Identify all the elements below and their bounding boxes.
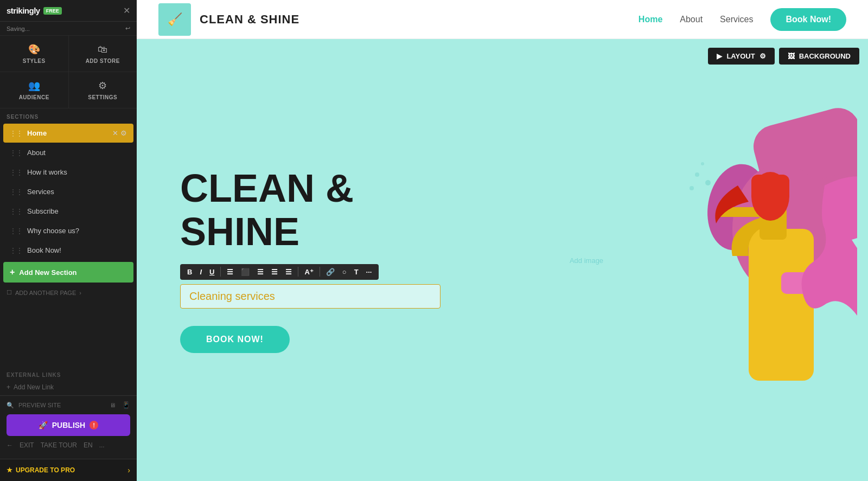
styles-icon: 🎨 [28, 43, 40, 55]
brand-logo-image: 🧹 [168, 12, 182, 27]
upgrade-text: ★ UPGRADE TO PRO [7, 466, 75, 474]
free-badge: FREE [43, 7, 62, 15]
saving-text: Saving... [7, 25, 30, 32]
hero-controls: ▶ LAYOUT ⚙ 🖼 BACKGROUND [708, 48, 859, 65]
styles-button[interactable]: 🎨 STYLES [0, 36, 68, 72]
language-selector[interactable]: EN [84, 441, 93, 449]
hero-image-area[interactable]: Add image [466, 39, 868, 481]
list-button[interactable]: ☰ [224, 266, 236, 278]
circle-button[interactable]: ○ [340, 266, 349, 278]
toolbar-divider [220, 267, 221, 277]
underline-button[interactable]: U [207, 266, 217, 278]
align-left-button[interactable]: ⬛ [238, 266, 252, 278]
hero-content: CLEAN & SHINE B I U ☰ ⬛ ☰ ☰ ☰ A⁺ 🔗 ○ T ·… [137, 134, 462, 385]
hero-subtitle-box[interactable]: Cleaning services [180, 284, 441, 309]
justify-button[interactable]: ☰ [283, 266, 295, 278]
add-new-section-button[interactable]: + Add New Section [3, 262, 133, 283]
add-section-plus-icon: + [10, 267, 15, 277]
mobile-icon: 📱 [122, 401, 130, 409]
more-menu-button[interactable]: ... [99, 441, 105, 449]
bottom-actions: ← EXIT TAKE TOUR EN ... [7, 441, 130, 449]
more-options-button[interactable]: ··· [363, 266, 375, 278]
sidebar-close-button[interactable]: ✕ [123, 5, 130, 16]
add-another-page-label: ADD ANOTHER PAGE [15, 290, 76, 296]
monitor-icon: 🖥 [110, 402, 116, 408]
link-button[interactable]: 🔗 [323, 266, 337, 278]
add-another-page-arrow-icon: › [79, 290, 81, 296]
nav-link-about[interactable]: About [680, 15, 703, 24]
align-center-button[interactable]: ☰ [254, 266, 266, 278]
section-gear-icon[interactable]: ⚙ [120, 129, 127, 137]
section-name: Subscribe [27, 207, 127, 215]
background-label: BACKGROUND [799, 52, 851, 60]
exit-button[interactable]: EXIT [20, 441, 34, 449]
publish-button[interactable]: 🚀 PUBLISH ! [7, 414, 130, 436]
audience-button[interactable]: 👥 AUDIENCE [0, 72, 68, 108]
bold-button[interactable]: B [184, 266, 195, 278]
add-section-label: Add New Section [19, 268, 76, 277]
rocket-icon: 🚀 [39, 421, 48, 429]
sidebar-item-home[interactable]: ⋮⋮ Home ✕ ⚙ [3, 124, 133, 143]
toolbar-divider [298, 267, 298, 277]
preview-site-button[interactable]: 🔍 PREVIEW SITE 🖥 📱 [7, 401, 130, 409]
saving-bar: Saving... ↩ [0, 22, 137, 36]
site-navbar-nav: Home About Services Book Now! [639, 8, 846, 31]
section-name: About [27, 149, 127, 157]
upgrade-label: UPGRADE TO PRO [16, 466, 75, 474]
nav-book-button[interactable]: Book Now! [770, 8, 846, 31]
site-navbar: 🧹 CLEAN & SHINE Home About Services Book… [137, 0, 868, 39]
add-another-page-button[interactable]: ☐ ADD ANOTHER PAGE › [0, 285, 137, 300]
star-icon: ★ [7, 466, 12, 474]
font-size-button[interactable]: A⁺ [302, 266, 316, 278]
main-content: 🧹 CLEAN & SHINE Home About Services Book… [137, 0, 868, 481]
sidebar-item-services[interactable]: ⋮⋮ Services [3, 182, 133, 201]
drag-handle-icon: ⋮⋮ [10, 130, 23, 137]
drag-handle-icon: ⋮⋮ [10, 169, 23, 176]
settings-button[interactable]: ⚙ SETTINGS [69, 72, 137, 108]
hero-cta-button[interactable]: BOOK NOW! [180, 326, 290, 353]
section-close-icon[interactable]: ✕ [112, 129, 118, 137]
drag-handle-icon: ⋮⋮ [10, 149, 23, 157]
search-icon: 🔍 [7, 402, 14, 409]
undo-icon[interactable]: ↩ [125, 25, 130, 32]
spray-bottle-svg [608, 39, 857, 435]
text-editor-toolbar: B I U ☰ ⬛ ☰ ☰ ☰ A⁺ 🔗 ○ T ··· [180, 264, 379, 280]
sidebar-item-subscribe[interactable]: ⋮⋮ Subscribe [3, 202, 133, 221]
hero-subtitle[interactable]: Cleaning services [189, 290, 275, 302]
sidebar-item-about[interactable]: ⋮⋮ About [3, 143, 133, 162]
logo-area: strikingly FREE [7, 6, 62, 15]
take-tour-button[interactable]: TAKE TOUR [41, 441, 77, 449]
settings-label: SETTINGS [88, 94, 117, 100]
exit-arrow-icon: ← [7, 441, 13, 449]
nav-link-services[interactable]: Services [720, 15, 753, 24]
styles-label: STYLES [23, 58, 46, 64]
svg-point-11 [701, 162, 704, 165]
add-another-page-checkbox-icon: ☐ [7, 289, 12, 296]
upgrade-to-pro-banner[interactable]: ★ UPGRADE TO PRO › [0, 459, 137, 481]
sidebar-item-book-now[interactable]: ⋮⋮ Book Now! [3, 241, 133, 260]
text-style-button[interactable]: T [352, 266, 361, 278]
drag-handle-icon: ⋮⋮ [10, 208, 23, 215]
sidebar-item-how-it-works[interactable]: ⋮⋮ How it works [3, 163, 133, 182]
sidebar-bottom: 🔍 PREVIEW SITE 🖥 📱 🚀 PUBLISH ! ← EXIT TA… [0, 395, 137, 459]
layout-button[interactable]: ▶ LAYOUT ⚙ [708, 48, 774, 65]
layout-settings-icon: ⚙ [760, 52, 766, 60]
background-button[interactable]: 🖼 BACKGROUND [779, 48, 859, 65]
sidebar-header: strikingly FREE ✕ [0, 0, 137, 22]
nav-link-home[interactable]: Home [639, 15, 662, 24]
add-link-label: Add New Link [14, 383, 54, 391]
section-name: Book Now! [27, 246, 127, 254]
italic-button[interactable]: I [197, 266, 205, 278]
add-store-button[interactable]: 🛍 ADD STORE [69, 36, 137, 72]
add-new-link-button[interactable]: + Add New Link [7, 381, 130, 393]
section-actions: ✕ ⚙ [112, 129, 127, 137]
svg-point-9 [705, 180, 711, 185]
site-brand: 🧹 CLEAN & SHINE [158, 3, 299, 36]
hero-title[interactable]: CLEAN & SHINE [180, 167, 419, 253]
align-right-button[interactable]: ☰ [269, 266, 280, 278]
add-store-label: ADD STORE [86, 58, 120, 64]
section-name: Services [27, 188, 127, 196]
sidebar-item-why-choose-us[interactable]: ⋮⋮ Why choose us? [3, 221, 133, 240]
publish-label: PUBLISH [52, 421, 85, 429]
external-links-header: EXTERNAL LINKS [7, 372, 130, 378]
